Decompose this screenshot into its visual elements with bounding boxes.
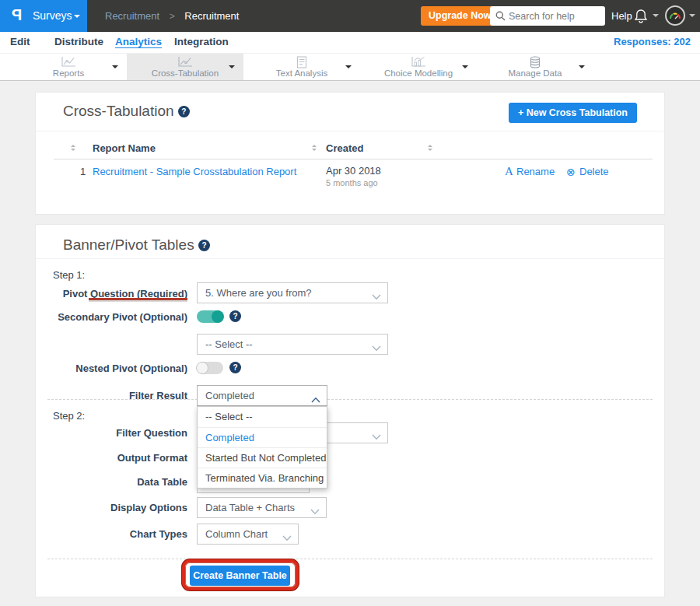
tab-choice-modelling-caret-icon[interactable]	[462, 65, 468, 72]
select-value: -- Select --	[205, 335, 253, 354]
toggle-knob	[212, 310, 224, 323]
chevron-down-icon	[74, 15, 80, 21]
select-value: Completed	[205, 386, 254, 405]
tab-choice-modelling[interactable]: Choice Modelling	[360, 54, 477, 80]
chart-types-label: Chart Types	[44, 528, 187, 540]
banner-pivot-title: Banner/Pivot Tables	[63, 236, 194, 253]
tab-cross-tabulation[interactable]: Cross-Tabulation	[127, 54, 243, 80]
user-avatar[interactable]	[665, 5, 685, 26]
tab-reports[interactable]: Reports	[10, 54, 127, 80]
tab-manage-data[interactable]: Manage Data	[477, 54, 593, 80]
pivot-question-select[interactable]: 5. Where are you from?	[197, 282, 388, 303]
filter-result-dropdown: -- Select -- Completed Started But Not C…	[197, 406, 327, 489]
tab-text-analysis[interactable]: Text Analysis	[243, 54, 360, 80]
secondary-pivot-select[interactable]: -- Select --	[197, 334, 388, 355]
annotation-red-underline	[89, 298, 187, 300]
nested-pivot-toggle[interactable]	[197, 362, 223, 374]
database-icon	[477, 56, 593, 68]
toggle-knob	[196, 362, 208, 374]
dropdown-option[interactable]: -- Select --	[198, 407, 327, 427]
breadcrumb-separator-icon: >	[170, 11, 175, 22]
output-format-label: Output Format	[44, 452, 187, 464]
delete-icon[interactable]: ⊗	[566, 166, 576, 178]
help-icon[interactable]: ?	[178, 106, 190, 117]
secondary-pivot-label: Secondary Pivot (Optional)	[44, 311, 187, 323]
select-value: 5. Where are you from?	[205, 283, 312, 303]
brand-logo-icon: P	[12, 6, 22, 24]
survey-nav: Edit Distribute Analytics Integration Re…	[0, 32, 700, 53]
chevron-up-icon	[311, 392, 320, 406]
breadcrumb-parent[interactable]: Recruitment	[105, 10, 159, 22]
rename-button[interactable]: Rename	[516, 166, 555, 177]
filter-question-label: Filter Question	[44, 427, 187, 439]
bell-dropdown-caret-icon[interactable]	[653, 14, 659, 20]
help-icon[interactable]: ?	[229, 362, 241, 373]
created-date: Apr 30 2018	[326, 165, 381, 177]
chevron-down-icon	[372, 429, 381, 443]
select-value: Column Chart	[205, 524, 268, 544]
app-logo-menu[interactable]: P Surveys	[0, 0, 87, 32]
chevron-down-icon	[372, 289, 381, 303]
search-icon	[495, 11, 506, 21]
nested-pivot-label: Nested Pivot (Optional)	[44, 363, 187, 374]
tab-text-analysis-caret-icon[interactable]	[345, 65, 352, 72]
top-header: P Surveys Recruitment > Recruitment Upgr…	[0, 0, 700, 32]
help-icon[interactable]: ?	[198, 240, 210, 251]
tab-cross-tabulation-caret-icon[interactable]	[229, 65, 235, 72]
tab-label: Cross-Tabulation	[127, 68, 243, 78]
dropdown-option[interactable]: Started But Not Completed	[198, 447, 327, 468]
document-icon	[243, 56, 360, 68]
help-link[interactable]: Help	[611, 0, 632, 32]
column-header-report-name[interactable]: Report Name	[93, 142, 156, 154]
surveys-menu[interactable]: Surveys	[33, 0, 72, 32]
nav-item-analytics[interactable]: Analytics	[115, 32, 162, 52]
divider	[36, 258, 664, 259]
dropdown-option[interactable]: Terminated Via. Branching	[198, 468, 327, 488]
chart-types-select[interactable]: Column Chart	[197, 524, 299, 545]
delete-button[interactable]: Delete	[579, 166, 609, 177]
help-icon[interactable]: ?	[229, 310, 241, 322]
dropdown-option-selected[interactable]: Completed	[198, 427, 327, 447]
help-search	[490, 6, 605, 26]
column-header-created[interactable]: Created	[326, 142, 363, 154]
combo-chart-icon	[360, 56, 477, 68]
chevron-down-icon	[372, 341, 381, 355]
tab-label: Manage Data	[477, 68, 593, 78]
responses-count[interactable]: Responses: 202	[614, 32, 691, 52]
data-table-label: Data Table	[44, 476, 187, 488]
sort-icon[interactable]	[428, 145, 432, 151]
upgrade-now-button[interactable]: Upgrade Now	[421, 6, 499, 26]
analytics-tabbar: Reports Cross-Tabulation Text Analysis C…	[0, 53, 700, 81]
nav-item-edit[interactable]: Edit	[10, 32, 30, 52]
avatar-dropdown-caret-icon[interactable]	[689, 14, 695, 20]
tab-reports-caret-icon[interactable]	[112, 65, 118, 72]
nav-item-integration[interactable]: Integration	[174, 32, 229, 52]
panel-title: Banner/Pivot Tables ?	[63, 236, 210, 254]
sort-icon[interactable]	[312, 145, 317, 151]
notifications-bell-icon[interactable]	[634, 9, 648, 26]
tab-label: Choice Modelling	[360, 68, 477, 78]
display-options-label: Display Options	[44, 502, 187, 513]
line-chart-icon	[127, 56, 243, 68]
filter-result-select[interactable]: Completed	[197, 385, 327, 406]
report-link[interactable]: Recruitment - Sample Crosstabulation Rep…	[93, 166, 296, 177]
breadcrumb: Recruitment > Recruitment	[105, 0, 239, 33]
search-input[interactable]	[509, 6, 600, 26]
nav-item-distribute[interactable]: Distribute	[54, 32, 103, 52]
secondary-pivot-toggle[interactable]	[197, 310, 223, 323]
step-divider-dashed	[47, 399, 653, 400]
create-banner-table-button[interactable]: Create Banner Table	[190, 566, 290, 586]
chevron-down-icon	[310, 504, 320, 518]
new-cross-tabulation-button[interactable]: + New Cross Tabulation	[509, 103, 637, 123]
breadcrumb-current: Recruitment	[184, 10, 239, 22]
rename-icon[interactable]: A	[505, 165, 513, 178]
cross-tabulation-title: Cross-Tabulation	[63, 103, 174, 119]
display-options-select[interactable]: Data Table + Charts	[197, 497, 327, 518]
tab-manage-data-caret-icon[interactable]	[579, 65, 585, 72]
app-window: P Surveys Recruitment > Recruitment Upgr…	[0, 0, 700, 606]
sort-icon[interactable]	[71, 145, 75, 151]
select-value: Data Table + Charts	[205, 498, 295, 517]
divider	[36, 131, 664, 131]
cross-tabulation-panel: Cross-Tabulation ? + New Cross Tabulatio…	[35, 92, 665, 215]
step2-label: Step 2:	[53, 410, 85, 422]
